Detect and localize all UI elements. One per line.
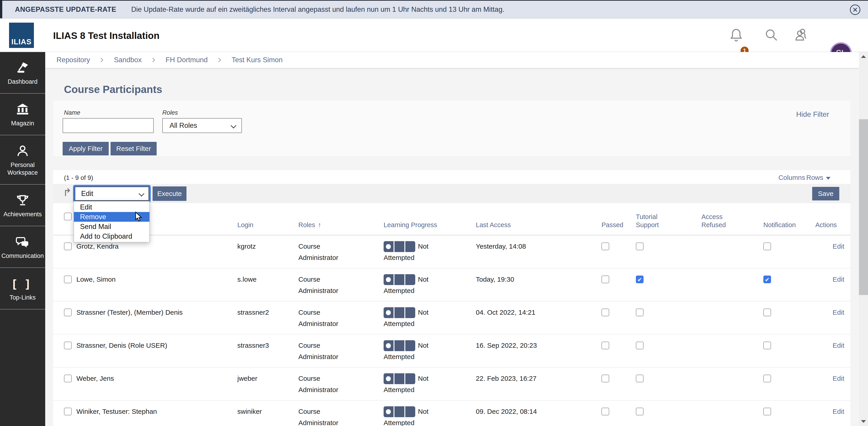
notification-checkbox[interactable] <box>763 408 771 415</box>
sidebar-item-label: Magazin <box>11 119 34 127</box>
participant-login: jweber <box>237 373 298 400</box>
passed-checkbox[interactable] <box>601 276 609 283</box>
reset-filter-button[interactable]: Reset Filter <box>111 142 157 155</box>
select-all-checkbox[interactable] <box>64 212 72 220</box>
participant-roles: Course Administrator <box>298 340 362 363</box>
notifications-bell-icon[interactable] <box>729 28 744 42</box>
row-edit-link[interactable]: Edit <box>833 307 844 334</box>
vertical-scrollbar[interactable] <box>859 52 868 426</box>
participant-roles: Course Administrator <box>298 406 362 426</box>
site-title: ILIAS 8 Test Installation <box>53 30 160 41</box>
ilias-logo[interactable]: ILIAS <box>9 23 34 48</box>
search-icon[interactable] <box>764 28 779 42</box>
sidebar-item-label: Communication <box>1 252 44 260</box>
participant-name: Lowe, Simon <box>76 274 237 301</box>
notification-checkbox[interactable] <box>763 309 771 316</box>
scrollbar-up-arrow-icon[interactable] <box>861 55 866 58</box>
tutorial-support-checkbox[interactable] <box>636 243 644 250</box>
notification-checkbox[interactable] <box>763 375 771 382</box>
tutorial-support-checkbox[interactable] <box>636 276 644 283</box>
sidebar-item-personal-workspace[interactable]: Personal Workspace <box>0 135 45 184</box>
column-header-tutorial-support[interactable]: Tutorial Support <box>636 203 702 235</box>
row-select-checkbox[interactable] <box>64 243 72 250</box>
passed-checkbox[interactable] <box>601 309 609 316</box>
person-icon <box>16 144 29 158</box>
row-edit-link[interactable]: Edit <box>833 340 844 367</box>
breadcrumb-item[interactable]: Sandbox <box>114 56 142 64</box>
column-header-notification[interactable]: Notification <box>763 203 815 235</box>
last-access: 09. Dec 2022, 08:14 <box>476 406 601 426</box>
learning-progress-icon <box>383 340 415 351</box>
scrollbar-down-arrow-icon[interactable] <box>861 420 866 423</box>
bulk-action-dropdown-menu: EditRemoveSend MailAdd to Clipboard <box>74 201 150 242</box>
rows-dropdown[interactable]: Rows <box>806 174 831 181</box>
notification-checkbox[interactable] <box>763 243 771 250</box>
bank-icon <box>16 102 29 116</box>
hide-filter-link[interactable]: Hide Filter <box>796 110 829 118</box>
breadcrumb-item[interactable]: FH Dortmund <box>166 56 208 64</box>
row-edit-link[interactable]: Edit <box>833 373 844 400</box>
row-select-checkbox[interactable] <box>64 375 72 382</box>
column-header-roles[interactable]: Roles↑ <box>298 203 383 235</box>
learning-progress-icon <box>383 406 415 417</box>
table-row: Winiker, Testuser: Stephan swiniker Cour… <box>53 400 850 426</box>
row-select-checkbox[interactable] <box>64 342 72 349</box>
dropdown-option[interactable]: Send Mail <box>74 222 149 231</box>
column-header-learning-progress[interactable]: Learning Progress <box>383 203 476 235</box>
banner-close-icon[interactable]: ✕ <box>850 4 860 15</box>
passed-checkbox[interactable] <box>601 408 609 415</box>
row-select-checkbox[interactable] <box>64 276 72 283</box>
row-select-checkbox[interactable] <box>64 309 72 316</box>
contacts-people-icon[interactable] <box>794 28 809 42</box>
participant-name: Weber, Jens <box>76 373 237 400</box>
row-edit-link[interactable]: Edit <box>833 241 844 268</box>
breadcrumb-item[interactable]: Repository <box>57 56 90 64</box>
sidebar-item-dashboard[interactable]: Dashboard <box>0 52 45 94</box>
columns-link[interactable]: Columns <box>778 174 805 181</box>
participant-name: Strassner (Tester), (Member) Denis <box>76 307 237 334</box>
sidebar-item-magazin[interactable]: Magazin <box>0 94 45 135</box>
name-filter-input[interactable] <box>63 118 154 133</box>
bulk-action-toolbar: ↱ Edit Execute Save <box>53 184 850 203</box>
name-filter-label: Name <box>64 109 80 116</box>
column-header-access-refused[interactable]: Access Refused <box>702 203 763 235</box>
row-edit-link[interactable]: Edit <box>833 274 844 301</box>
sidebar-item-top-links[interactable]: [ ] Top-Links <box>0 268 45 310</box>
execute-button[interactable]: Execute <box>153 187 186 201</box>
dropdown-option[interactable]: Remove <box>74 212 149 222</box>
tutorial-support-checkbox[interactable] <box>636 408 644 415</box>
tutorial-support-checkbox[interactable] <box>636 342 644 349</box>
notification-checkbox[interactable] <box>763 276 771 283</box>
row-select-checkbox[interactable] <box>64 408 72 415</box>
column-header-last-access[interactable]: Last Access <box>476 203 601 235</box>
sidebar-item-achievements[interactable]: Achievements <box>0 184 45 226</box>
scrollbar-thumb[interactable] <box>859 119 868 295</box>
sidebar-item-communication[interactable]: Communication <box>0 226 45 268</box>
table-row: Strassner (Tester), (Member) Denis stras… <box>53 301 850 334</box>
row-edit-link[interactable]: Edit <box>833 406 844 426</box>
chevron-down-icon <box>230 123 236 128</box>
apply-filter-button[interactable]: Apply Filter <box>63 142 109 155</box>
save-button[interactable]: Save <box>812 187 839 200</box>
column-header-login[interactable]: Login <box>237 203 298 235</box>
roles-filter-select[interactable]: All Roles <box>162 118 242 133</box>
sidebar-item-label: Dashboard <box>8 78 37 86</box>
learning-progress-icon <box>383 241 415 252</box>
breadcrumb-item[interactable]: Test Kurs Simon <box>232 56 283 64</box>
notification-checkbox[interactable] <box>763 342 771 349</box>
chevron-right-icon <box>217 58 221 62</box>
access-refused-cell <box>702 274 763 301</box>
dropdown-option[interactable]: Add to Clipboard <box>74 231 149 241</box>
column-header-passed[interactable]: Passed <box>601 203 636 235</box>
learning-progress-icon <box>383 373 415 384</box>
dropdown-option[interactable]: Edit <box>74 202 149 212</box>
passed-checkbox[interactable] <box>601 375 609 382</box>
tutorial-support-checkbox[interactable] <box>636 375 644 382</box>
passed-checkbox[interactable] <box>601 342 609 349</box>
access-refused-cell <box>702 241 763 268</box>
last-access: 04. Oct 2022, 14:21 <box>476 307 601 334</box>
passed-checkbox[interactable] <box>601 243 609 250</box>
bulk-action-select[interactable]: Edit <box>74 187 149 201</box>
access-refused-cell <box>702 340 763 367</box>
tutorial-support-checkbox[interactable] <box>636 309 644 316</box>
